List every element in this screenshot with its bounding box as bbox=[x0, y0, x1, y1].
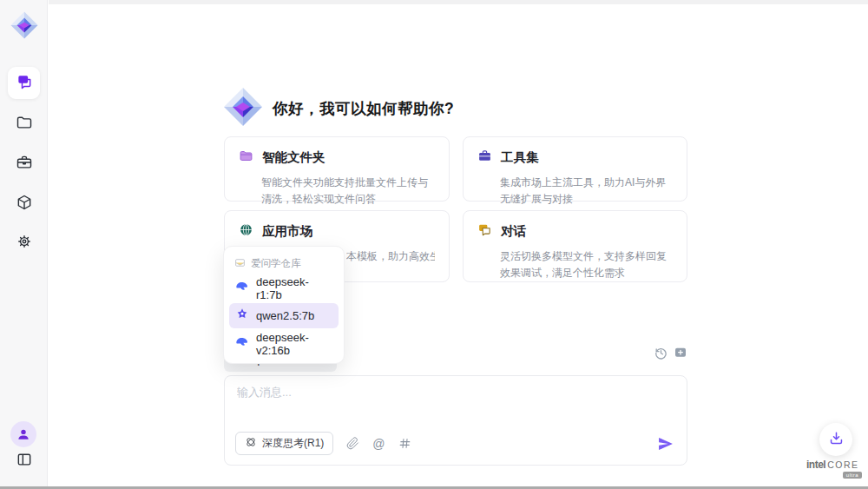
greeting-title: 你好，我可以如何帮助你? bbox=[273, 98, 454, 119]
globe-teal-icon bbox=[239, 222, 253, 241]
panel-toggle-icon bbox=[16, 451, 33, 472]
intel-word: intel bbox=[806, 459, 825, 471]
sidebar-item-settings[interactable] bbox=[0, 233, 48, 254]
chat-gold-icon bbox=[477, 222, 492, 241]
composer-toolbar: 深度思考(R1) @ bbox=[235, 432, 674, 455]
new-chat-button[interactable] bbox=[673, 347, 688, 362]
card-toolset[interactable]: 工具集 集成市场上主流工具，助力AI与外界无缝扩展与对接 bbox=[463, 136, 687, 202]
chat-icon bbox=[16, 73, 33, 94]
greeting-logo-icon bbox=[222, 86, 264, 128]
repository-icon bbox=[234, 257, 246, 270]
sidebar-item-toolbox[interactable] bbox=[0, 154, 48, 175]
cube-icon bbox=[16, 194, 33, 215]
composer: 深度思考(R1) @ bbox=[224, 375, 687, 466]
model-option-label: qwen2.5:7b bbox=[256, 309, 314, 322]
model-option-qwen[interactable]: qwen2.5:7b bbox=[229, 303, 339, 328]
card-desc: 集成市场上主流工具，助力AI与外界无缝扩展与对接 bbox=[500, 175, 673, 207]
deepseek-icon bbox=[235, 335, 249, 352]
card-title: 对话 bbox=[501, 223, 526, 240]
deepseek-icon bbox=[235, 280, 249, 296]
card-desc: 灵活切换多模型文件，支持多样回复效果调试，满足个性化需求 bbox=[500, 248, 673, 281]
model-option-label: deepseek-v2:16b bbox=[256, 331, 332, 357]
intel-ultra-badge: ultra bbox=[843, 472, 862, 479]
history-icon bbox=[654, 346, 668, 364]
new-chat-icon bbox=[674, 346, 687, 363]
model-dropdown: 爱问学仓库 deepseek-r1:7b qwen2.5:7b bbox=[223, 246, 345, 364]
hash-icon[interactable] bbox=[398, 437, 411, 451]
sidebar-item-folders[interactable] bbox=[0, 114, 48, 135]
model-option-deepseek-v2[interactable]: deepseek-v2:16b bbox=[229, 331, 339, 356]
deep-think-toggle[interactable]: 深度思考(R1) bbox=[235, 432, 333, 455]
folder-icon bbox=[16, 114, 33, 135]
sidebar-item-chat[interactable] bbox=[8, 67, 40, 99]
app-window: 你好，我可以如何帮助你? 智能文件夹 智能文件夹功能支持批量文件上传与清洗，轻松… bbox=[0, 0, 868, 489]
download-icon bbox=[828, 430, 845, 450]
briefcase-icon bbox=[16, 154, 33, 175]
message-input[interactable] bbox=[237, 385, 671, 421]
gear-icon bbox=[16, 233, 33, 254]
sidebar bbox=[0, 0, 48, 486]
send-icon[interactable] bbox=[657, 435, 674, 453]
card-desc-partial: 本模板，助力高效生成多 bbox=[346, 248, 435, 265]
card-smart-folder[interactable]: 智能文件夹 智能文件夹功能支持批量文件上传与清洗，轻松实现文件问答 bbox=[224, 136, 450, 202]
card-title: 工具集 bbox=[501, 149, 539, 166]
model-group-label: 爱问学仓库 bbox=[251, 257, 301, 270]
sidebar-collapse-toggle[interactable] bbox=[0, 451, 48, 472]
card-desc: 智能文件夹功能支持批量文件上传与清洗，轻松实现文件问答 bbox=[261, 175, 435, 207]
at-icon[interactable]: @ bbox=[372, 437, 385, 451]
briefcase-indigo-icon bbox=[477, 149, 492, 167]
download-button[interactable] bbox=[819, 423, 852, 456]
intel-core-word: CORE bbox=[827, 459, 858, 470]
paperclip-icon[interactable] bbox=[345, 437, 359, 451]
app-logo-icon bbox=[10, 10, 39, 40]
folder-purple-icon bbox=[239, 149, 253, 167]
history-button[interactable] bbox=[653, 347, 668, 362]
card-title: 智能文件夹 bbox=[262, 149, 326, 166]
user-avatar[interactable] bbox=[10, 421, 36, 447]
model-option-deepseek-r1[interactable]: deepseek-r1:7b bbox=[229, 275, 339, 301]
card-title: 应用市场 bbox=[262, 223, 312, 240]
card-conversation[interactable]: 对话 灵活切换多模型文件，支持多样回复效果调试，满足个性化需求 bbox=[463, 210, 687, 282]
top-strip bbox=[49, 0, 868, 4]
deep-think-label: 深度思考(R1) bbox=[262, 436, 324, 451]
intel-core-logo: intel CORE ultra bbox=[806, 459, 862, 479]
model-group-header: 爱问学仓库 bbox=[229, 254, 339, 273]
qwen-icon bbox=[235, 307, 249, 324]
deep-think-icon bbox=[245, 436, 257, 451]
model-option-label: deepseek-r1:7b bbox=[256, 275, 332, 301]
sidebar-item-models[interactable] bbox=[0, 194, 48, 215]
